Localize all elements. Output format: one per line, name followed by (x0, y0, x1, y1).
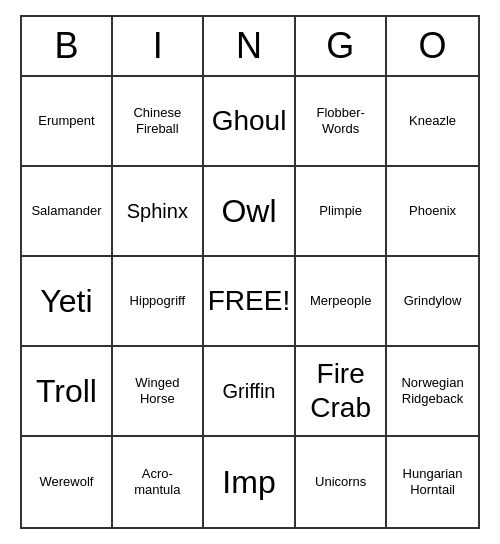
header-letter-g: G (296, 17, 387, 75)
bingo-cell-4: Kneazle (387, 77, 478, 167)
bingo-cell-8: Plimpie (296, 167, 387, 257)
bingo-cell-11: Hippogriff (113, 257, 204, 347)
cell-label: Ghoul (212, 104, 287, 138)
header-letter-o: O (387, 17, 478, 75)
bingo-cell-0: Erumpent (22, 77, 113, 167)
bingo-cell-6: Sphinx (113, 167, 204, 257)
cell-label: Kneazle (409, 113, 456, 129)
bingo-cell-17: Griffin (204, 347, 296, 437)
bingo-cell-20: Werewolf (22, 437, 113, 527)
bingo-header: BINGO (22, 17, 478, 77)
cell-label: Plimpie (319, 203, 362, 219)
header-letter-n: N (204, 17, 295, 75)
cell-label: ChineseFireball (133, 105, 181, 136)
bingo-cell-5: Salamander (22, 167, 113, 257)
cell-label: Hippogriff (130, 293, 185, 309)
bingo-grid: ErumpentChineseFireballGhoulFlobber-Word… (22, 77, 478, 527)
cell-label: Grindylow (404, 293, 462, 309)
bingo-cell-22: Imp (204, 437, 296, 527)
header-letter-b: B (22, 17, 113, 75)
cell-label: Sphinx (127, 199, 188, 223)
cell-label: Flobber-Words (316, 105, 364, 136)
cell-label: NorwegianRidgeback (401, 375, 463, 406)
bingo-cell-19: NorwegianRidgeback (387, 347, 478, 437)
cell-label: Imp (222, 463, 275, 501)
cell-label: Acro-mantula (134, 466, 180, 497)
cell-label: FireCrab (310, 357, 371, 424)
cell-label: Griffin (223, 379, 276, 403)
cell-label: Owl (221, 192, 276, 230)
bingo-cell-24: HungarianHorntail (387, 437, 478, 527)
cell-label: Erumpent (38, 113, 94, 129)
bingo-cell-21: Acro-mantula (113, 437, 204, 527)
cell-label: HungarianHorntail (403, 466, 463, 497)
bingo-cell-7: Owl (204, 167, 296, 257)
cell-label: Yeti (40, 282, 92, 320)
cell-label: Phoenix (409, 203, 456, 219)
cell-label: Troll (36, 372, 97, 410)
cell-label: Merpeople (310, 293, 371, 309)
bingo-cell-10: Yeti (22, 257, 113, 347)
bingo-cell-16: WingedHorse (113, 347, 204, 437)
header-letter-i: I (113, 17, 204, 75)
bingo-cell-18: FireCrab (296, 347, 387, 437)
bingo-cell-9: Phoenix (387, 167, 478, 257)
cell-label: Unicorns (315, 474, 366, 490)
cell-label: FREE! (208, 284, 290, 318)
cell-label: WingedHorse (135, 375, 179, 406)
cell-label: Salamander (31, 203, 101, 219)
bingo-cell-23: Unicorns (296, 437, 387, 527)
bingo-cell-1: ChineseFireball (113, 77, 204, 167)
bingo-cell-12: FREE! (204, 257, 296, 347)
bingo-card: BINGO ErumpentChineseFireballGhoulFlobbe… (20, 15, 480, 529)
bingo-cell-2: Ghoul (204, 77, 296, 167)
bingo-cell-3: Flobber-Words (296, 77, 387, 167)
bingo-cell-13: Merpeople (296, 257, 387, 347)
cell-label: Werewolf (39, 474, 93, 490)
bingo-cell-15: Troll (22, 347, 113, 437)
bingo-cell-14: Grindylow (387, 257, 478, 347)
